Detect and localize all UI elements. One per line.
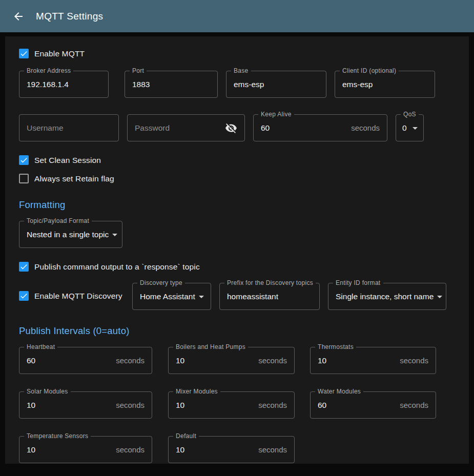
interval-cell: Heartbeat seconds xyxy=(19,343,152,374)
password-input[interactable] xyxy=(135,123,225,133)
base-field[interactable]: Base xyxy=(226,71,326,98)
qos-select[interactable]: QoS 0 xyxy=(396,114,424,141)
heartbeat-interval-field[interactable]: Heartbeat seconds xyxy=(19,347,152,374)
seconds-suffix: seconds xyxy=(396,356,428,365)
solar-label: Solar Modules xyxy=(24,388,71,395)
visibility-off-icon[interactable] xyxy=(225,122,237,134)
seconds-suffix: seconds xyxy=(347,123,380,132)
seconds-suffix: seconds xyxy=(254,356,287,365)
thermostats-label: Thermostats xyxy=(315,343,356,350)
dropdown-arrow-icon xyxy=(195,291,208,303)
thermostats-interval-field[interactable]: Thermostats seconds xyxy=(310,347,436,374)
temperature-sensors-interval-field[interactable]: Temperature Sensors seconds xyxy=(19,436,152,463)
checkbox-checked-icon xyxy=(19,155,29,165)
entity-id-format-label: Entity ID format xyxy=(333,279,383,286)
interval-cell: Temperature Sensors seconds xyxy=(19,432,152,463)
discovery-prefix-label: Prefix for the Discovery topics xyxy=(224,279,316,286)
checkbox-checked-icon xyxy=(19,291,29,301)
qos-value: 0 xyxy=(402,123,407,133)
checkbox-checked-icon xyxy=(19,262,29,272)
temperature-sensors-input[interactable] xyxy=(27,445,112,454)
solar-input[interactable] xyxy=(27,401,112,410)
retain-flag-checkbox[interactable]: Always set Retain flag xyxy=(19,174,114,183)
enable-discovery-checkbox[interactable]: Enable MQTT Discovery xyxy=(19,291,132,301)
keep-alive-field[interactable]: Keep Alive seconds xyxy=(253,114,387,141)
enable-discovery-label: Enable MQTT Discovery xyxy=(34,292,122,301)
seconds-suffix: seconds xyxy=(396,401,428,409)
topic-format-label: Topic/Payload Format xyxy=(24,217,92,224)
boilers-interval-field[interactable]: Boilers and Heat Pumps seconds xyxy=(168,347,295,374)
water-input[interactable] xyxy=(318,401,396,410)
seconds-suffix: seconds xyxy=(112,401,145,409)
clean-session-checkbox[interactable]: Set Clean Session xyxy=(19,155,101,165)
heartbeat-label: Heartbeat xyxy=(24,343,57,350)
publish-intervals-grid: Heartbeat seconds Boilers and Heat Pumps… xyxy=(19,343,455,464)
username-input[interactable] xyxy=(27,123,111,133)
dropdown-arrow-icon xyxy=(434,291,446,303)
checkbox-checked-icon xyxy=(19,49,29,58)
keep-alive-label: Keep Alive xyxy=(258,111,294,118)
port-input[interactable] xyxy=(132,80,210,89)
topic-format-value: Nested in a single topic xyxy=(27,230,109,239)
formatting-heading: Formatting xyxy=(19,199,455,211)
checkbox-unchecked-icon xyxy=(19,174,29,183)
settings-card: Enable MQTT Broker Address Port Base Cli… xyxy=(5,36,469,464)
discovery-row: Enable MQTT Discovery Discovery type Hom… xyxy=(19,279,455,310)
broker-address-input[interactable] xyxy=(27,80,101,89)
mixer-interval-field[interactable]: Mixer Modules seconds xyxy=(168,391,295,419)
keep-alive-input[interactable] xyxy=(261,123,347,133)
seconds-suffix: seconds xyxy=(112,445,145,454)
clean-session-label: Set Clean Session xyxy=(34,156,101,165)
solar-interval-field[interactable]: Solar Modules seconds xyxy=(19,391,152,419)
credentials-row: Keep Alive seconds QoS 0 xyxy=(19,110,455,141)
broker-settings-row: Broker Address Port Base Client ID (opti… xyxy=(19,67,455,98)
default-interval-field[interactable]: Default seconds xyxy=(168,436,295,463)
interval-cell: Water Modules seconds xyxy=(310,387,436,419)
discovery-type-value: Home Assistant xyxy=(140,292,195,301)
mixer-input[interactable] xyxy=(176,401,254,410)
page-title: MQTT Settings xyxy=(36,11,103,22)
interval-cell: Default seconds xyxy=(168,432,295,463)
username-field[interactable] xyxy=(19,114,119,141)
publish-intervals-heading: Publish Intervals (0=auto) xyxy=(19,325,455,337)
seconds-suffix: seconds xyxy=(254,401,287,409)
discovery-type-select[interactable]: Discovery type Home Assistant xyxy=(132,283,211,310)
heartbeat-input[interactable] xyxy=(27,356,112,365)
publish-response-checkbox[interactable]: Publish command output to a `response` t… xyxy=(19,262,200,272)
port-label: Port xyxy=(130,67,147,74)
dropdown-arrow-icon xyxy=(109,229,121,241)
base-input[interactable] xyxy=(234,80,319,89)
broker-address-field[interactable]: Broker Address xyxy=(19,71,109,98)
default-input[interactable] xyxy=(176,445,254,454)
client-id-field[interactable]: Client ID (optional) xyxy=(335,71,435,98)
broker-address-label: Broker Address xyxy=(24,67,73,74)
port-field[interactable]: Port xyxy=(125,71,218,98)
interval-cell: Solar Modules seconds xyxy=(19,387,152,419)
interval-cell: Thermostats seconds xyxy=(310,343,436,374)
entity-id-format-select[interactable]: Entity ID format Single instance, short … xyxy=(328,283,446,310)
dropdown-arrow-icon xyxy=(409,122,421,134)
boilers-input[interactable] xyxy=(176,356,254,365)
qos-label: QoS xyxy=(401,111,419,118)
seconds-suffix: seconds xyxy=(112,356,145,365)
boilers-label: Boilers and Heat Pumps xyxy=(173,343,248,350)
discovery-type-label: Discovery type xyxy=(137,279,185,286)
back-arrow-icon[interactable] xyxy=(12,10,25,23)
enable-mqtt-checkbox[interactable]: Enable MQTT xyxy=(19,49,85,58)
discovery-prefix-input[interactable] xyxy=(227,292,312,301)
temperature-sensors-label: Temperature Sensors xyxy=(24,432,91,440)
water-label: Water Modules xyxy=(315,388,363,395)
client-id-input[interactable] xyxy=(342,80,427,89)
topic-format-select[interactable]: Topic/Payload Format Nested in a single … xyxy=(19,221,122,248)
mixer-label: Mixer Modules xyxy=(173,388,220,395)
retain-flag-label: Always set Retain flag xyxy=(34,174,114,183)
password-field[interactable] xyxy=(127,114,245,141)
publish-response-label: Publish command output to a `response` t… xyxy=(34,262,200,272)
interval-cell: Mixer Modules seconds xyxy=(168,387,295,419)
base-label: Base xyxy=(231,67,251,74)
water-interval-field[interactable]: Water Modules seconds xyxy=(310,391,436,419)
discovery-prefix-field[interactable]: Prefix for the Discovery topics xyxy=(219,283,320,310)
app-bar: MQTT Settings xyxy=(0,0,474,32)
seconds-suffix: seconds xyxy=(254,445,287,454)
thermostats-input[interactable] xyxy=(318,356,396,365)
